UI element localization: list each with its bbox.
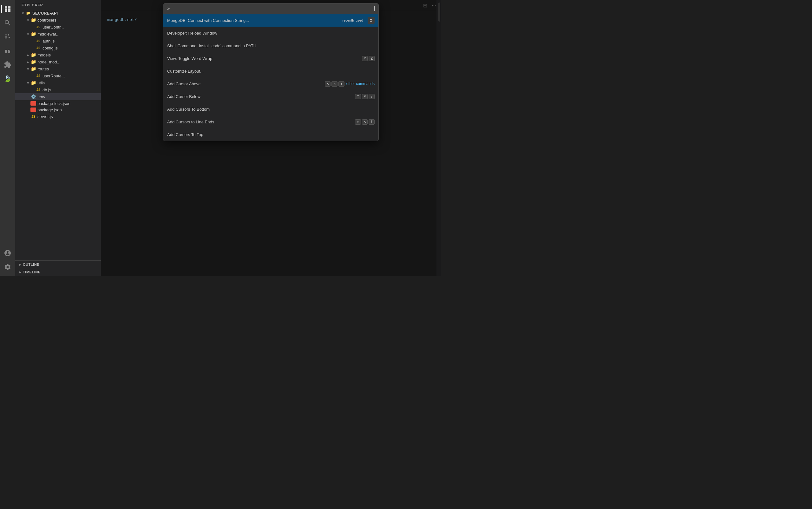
folder-icon: 📁 (30, 31, 36, 37)
chevron-right-icon: ▸ (18, 262, 23, 267)
js-icon: JS (36, 45, 41, 51)
file-name: userContr... (42, 25, 101, 30)
chevron-down-icon: ▾ (25, 18, 30, 23)
chevron-right-icon: ▸ (18, 270, 23, 275)
folder-icon: 📁 (30, 59, 36, 65)
command-prompt: > (167, 6, 170, 11)
tree-auth[interactable]: ▾ JS auth.js (15, 37, 101, 44)
command-item-cursors-top[interactable]: Add Cursors To Top (163, 128, 378, 141)
tree-usercontr[interactable]: ▾ JS userContr... (15, 24, 101, 30)
kbd-shift: ⇧ (355, 119, 361, 125)
command-item-layout[interactable]: Customize Layout... (163, 65, 378, 77)
kbd-cmd: ⌘ (362, 94, 368, 99)
command-item-wordwrap[interactable]: View: Toggle Word Wrap ⌥ Z (163, 52, 378, 65)
extensions-icon[interactable] (1, 58, 14, 71)
pkg-icon (30, 107, 36, 112)
command-label: Developer: Reload Window (167, 31, 375, 36)
tree-models[interactable]: ▸ 📁 models (15, 52, 101, 58)
sidebar-section-timeline[interactable]: ▸ TIMELINE (15, 268, 101, 276)
tree-root[interactable]: ▾ 📁 SECURE-API (15, 9, 101, 16)
chevron-right-icon: ▸ (25, 59, 30, 64)
settings-icon[interactable] (1, 261, 14, 273)
tree-pkglock[interactable]: ▾ package-lock.json (15, 100, 101, 107)
file-name: auth.js (42, 39, 101, 43)
folder-icon: 📁 (30, 80, 36, 86)
cursor-indicator (374, 6, 375, 11)
file-name: package.json (37, 107, 101, 112)
command-palette-overlay: > MongoDB: Connect with Connection Strin… (101, 0, 441, 276)
activity-bar: 🍃 (0, 0, 15, 276)
file-name: package-lock.json (37, 101, 101, 106)
chevron-down-icon: ▾ (25, 80, 30, 85)
command-label: Add Cursor Below (167, 94, 355, 99)
command-item-cursor-below[interactable]: Add Cursor Below ⌥ ⌘ ↓ (163, 90, 378, 103)
js-icon: JS (30, 113, 36, 119)
sidebar-section-outline[interactable]: ▸ OUTLINE (15, 261, 101, 268)
tree-serverjs[interactable]: ▾ JS server.js (15, 113, 101, 120)
command-label: Add Cursors To Top (167, 132, 375, 137)
kbd-cmd: ⌘ (332, 81, 337, 87)
tree-nodemodules[interactable]: ▸ 📁 node_mod... (15, 58, 101, 65)
js-icon: JS (36, 73, 41, 79)
root-folder-name: SECURE-API (32, 11, 101, 15)
kbd-alt: ⌥ (355, 94, 361, 99)
tree-dbjs[interactable]: ▾ JS db.js (15, 86, 101, 93)
kbd-alt: ⌥ (325, 81, 331, 87)
folder-name: models (37, 53, 101, 58)
folder-name: node_mod... (37, 60, 101, 64)
folder-icon: 📁 (30, 17, 36, 23)
tree-controllers[interactable]: ▾ 📁 controllers (15, 16, 101, 24)
chevron-down-icon: ▾ (25, 31, 30, 36)
command-label: Add Cursors To Bottom (167, 107, 375, 112)
explorer-icon[interactable] (1, 3, 14, 15)
file-name: server.js (37, 114, 101, 119)
tree-pkg[interactable]: ▾ package.json (15, 107, 101, 113)
chevron-right-icon: ▸ (25, 52, 30, 58)
tree-routes[interactable]: ▾ 📁 routes (15, 65, 101, 72)
tree-middleware[interactable]: ▾ 📁 middlewar... (15, 30, 101, 37)
gear-settings-icon[interactable]: ⚙ (368, 17, 375, 24)
command-palette: > MongoDB: Connect with Connection Strin… (163, 3, 379, 141)
gear-icon: ⚙️ (30, 94, 36, 100)
command-label: Customize Layout... (167, 69, 375, 74)
command-item-cursor-above[interactable]: Add Cursor Above ⌥ ⌘ ↑ other commands (163, 77, 378, 90)
sidebar: EXPLORER ▾ 📁 SECURE-API ▾ 📁 controllers … (15, 0, 101, 276)
sidebar-bottom: ▸ OUTLINE ▸ TIMELINE (15, 260, 101, 276)
timeline-label: TIMELINE (23, 270, 41, 274)
run-debug-icon[interactable] (1, 44, 14, 57)
kbd-z: Z (369, 56, 375, 61)
source-control-icon[interactable] (1, 30, 14, 43)
folder-name: controllers (37, 18, 101, 23)
shortcut-group: ⇧ ⌥ I (355, 119, 375, 125)
tree-env[interactable]: ▾ ⚙️ .env (15, 93, 101, 100)
js-icon: JS (36, 38, 41, 44)
kbd-up: ↑ (338, 81, 344, 87)
shortcut-group: ⌥ ⌘ ↓ (355, 94, 375, 99)
tree-userroute[interactable]: ▾ JS userRoute... (15, 72, 101, 79)
command-item-cursors-lineends[interactable]: Add Cursors to Line Ends ⇧ ⌥ I (163, 115, 378, 128)
pkg-icon (30, 101, 36, 106)
command-item-cursors-bottom[interactable]: Add Cursors To Bottom (163, 103, 378, 115)
command-item-reload[interactable]: Developer: Reload Window (163, 27, 378, 39)
tree-config[interactable]: ▾ JS config.js (15, 44, 101, 52)
command-label: Add Cursors to Line Ends (167, 120, 355, 124)
mongodb-leaf-icon[interactable]: 🍃 (1, 72, 14, 85)
search-icon[interactable] (1, 16, 14, 29)
command-input[interactable] (171, 6, 374, 11)
folder-name: middlewar... (37, 32, 101, 36)
chevron-down-icon: ▾ (25, 66, 30, 71)
command-label: Shell Command: Install 'code' command in… (167, 43, 375, 48)
command-item-shell[interactable]: Shell Command: Install 'code' command in… (163, 39, 378, 52)
folder-name: routes (37, 67, 101, 71)
kbd-alt: ⌥ (362, 119, 368, 125)
file-name: userRoute... (42, 74, 101, 78)
sidebar-title: EXPLORER (15, 0, 101, 9)
other-commands-link[interactable]: other commands (346, 81, 375, 86)
outline-label: OUTLINE (23, 263, 39, 266)
folder-icon: 📁 (25, 10, 31, 16)
file-name: config.js (42, 46, 101, 50)
account-icon[interactable] (1, 247, 14, 260)
file-name: .env (37, 95, 101, 99)
tree-utils[interactable]: ▾ 📁 utils (15, 79, 101, 86)
command-item-mongodb[interactable]: MongoDB: Connect with Connection String.… (163, 14, 378, 27)
